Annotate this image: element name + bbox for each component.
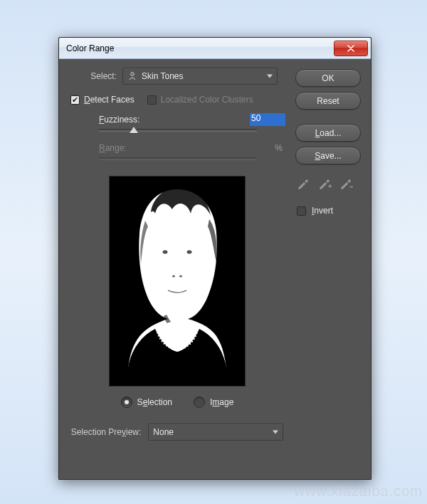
view-selection-label: Selection bbox=[137, 397, 172, 407]
svg-point-5 bbox=[179, 275, 182, 277]
dialog-title: Color Range bbox=[66, 43, 334, 53]
invert-checkbox[interactable]: Invert bbox=[295, 206, 361, 216]
view-image-radio[interactable]: Image bbox=[194, 397, 233, 408]
load-button[interactable]: Load... bbox=[295, 124, 361, 142]
reset-button[interactable]: Reset bbox=[295, 92, 361, 110]
selection-preview-value: None bbox=[153, 427, 174, 437]
localized-clusters-checkbox: Localized Color Clusters bbox=[147, 95, 253, 105]
close-button[interactable] bbox=[334, 41, 368, 56]
fuzziness-input[interactable]: 50 bbox=[250, 113, 285, 126]
select-dropdown[interactable]: Skin Tones bbox=[122, 68, 278, 85]
view-image-label: Image bbox=[210, 397, 233, 407]
color-range-dialog: Color Range Select: Skin Tones ✔ Dete bbox=[58, 37, 371, 480]
person-icon bbox=[127, 71, 137, 81]
invert-label: Invert bbox=[312, 206, 333, 216]
eyedropper-add-icon[interactable] bbox=[317, 175, 332, 191]
svg-point-0 bbox=[131, 73, 134, 75]
watermark: www.xiazaiba.com bbox=[294, 483, 423, 500]
svg-point-4 bbox=[172, 275, 175, 277]
detect-faces-checkbox[interactable]: ✔ Detect Faces bbox=[70, 95, 135, 105]
select-value: Skin Tones bbox=[142, 71, 183, 81]
eyedropper-icon[interactable] bbox=[295, 175, 311, 191]
range-slider bbox=[99, 157, 257, 160]
range-label: Range: bbox=[99, 143, 149, 153]
close-icon bbox=[347, 45, 354, 52]
detect-faces-label: Detect Faces bbox=[84, 95, 135, 105]
check-icon: ✔ bbox=[72, 96, 78, 104]
range-input bbox=[233, 142, 269, 154]
ok-button[interactable]: OK bbox=[295, 69, 361, 87]
eyedropper-subtract-icon[interactable] bbox=[338, 175, 354, 191]
chevron-down-icon bbox=[267, 75, 273, 78]
localized-clusters-label: Localized Color Clusters bbox=[161, 95, 253, 105]
svg-point-2 bbox=[163, 251, 168, 254]
titlebar[interactable]: Color Range bbox=[59, 38, 371, 59]
fuzziness-label: Fuzziness: bbox=[99, 115, 149, 125]
view-selection-radio[interactable]: Selection bbox=[121, 397, 172, 408]
selection-preview-thumbnail bbox=[109, 176, 246, 387]
svg-point-3 bbox=[187, 251, 192, 254]
slider-thumb[interactable] bbox=[130, 127, 138, 133]
selection-preview-dropdown[interactable]: None bbox=[148, 424, 283, 441]
chevron-down-icon bbox=[273, 431, 278, 434]
selection-preview-label: Selection Preview: bbox=[71, 427, 142, 437]
range-suffix: % bbox=[275, 143, 283, 153]
save-button[interactable]: Save... bbox=[295, 147, 361, 164]
fuzziness-slider[interactable] bbox=[99, 129, 257, 132]
select-label: Select: bbox=[77, 71, 117, 81]
